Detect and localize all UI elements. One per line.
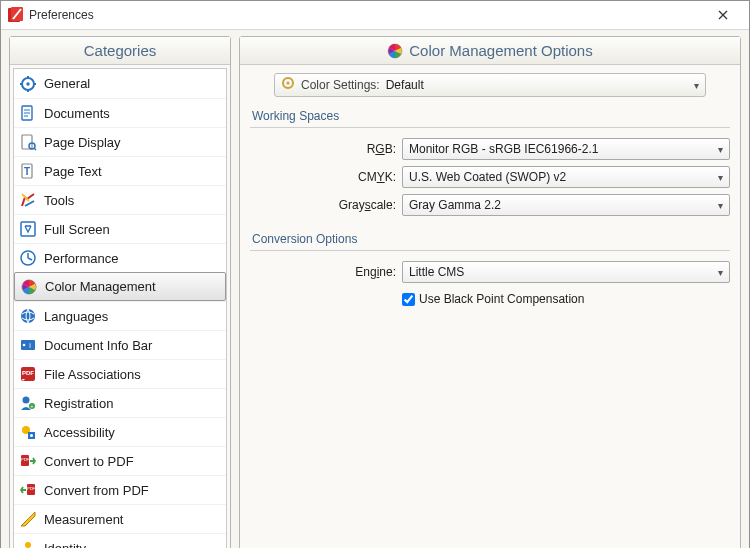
sidebar-item-registration[interactable]: +Registration <box>14 388 226 417</box>
category-icon <box>18 103 38 123</box>
options-header: Color Management Options <box>240 37 740 65</box>
category-icon <box>18 306 38 326</box>
color-settings-label: Color Settings: <box>301 78 380 92</box>
grayscale-value: Gray Gamma 2.2 <box>409 198 501 212</box>
sidebar-item-convert-from-pdf[interactable]: PDFConvert from PDF <box>14 475 226 504</box>
sidebar-item-label: Documents <box>44 106 110 121</box>
categories-list[interactable]: GeneralDocumentsPage DisplayTPage TextTo… <box>13 68 227 548</box>
window-title: Preferences <box>29 8 94 22</box>
sidebar-item-label: Document Info Bar <box>44 338 152 353</box>
color-settings-value: Default <box>386 78 688 92</box>
preferences-window: Preferences Categories GeneralDocumentsP… <box>0 0 750 548</box>
sidebar-item-tools[interactable]: Tools <box>14 185 226 214</box>
conversion-options-group: Conversion Options Engine: Little CMS ▾ <box>250 230 730 311</box>
sidebar-item-label: Performance <box>44 251 118 266</box>
engine-value: Little CMS <box>409 265 464 279</box>
svg-text:+: + <box>31 403 34 409</box>
chevron-down-icon: ▾ <box>718 267 723 278</box>
sidebar-item-languages[interactable]: Languages <box>14 301 226 330</box>
sidebar-item-performance[interactable]: Performance <box>14 243 226 272</box>
grayscale-row: Grayscale: Gray Gamma 2.2 ▾ <box>250 192 730 218</box>
sidebar-item-label: Accessibility <box>44 425 115 440</box>
engine-label: Engine: <box>250 265 402 279</box>
svg-point-37 <box>25 542 31 548</box>
category-icon <box>18 509 38 529</box>
category-icon <box>18 248 38 268</box>
color-wheel-icon <box>387 43 403 59</box>
sidebar-item-label: Page Text <box>44 164 102 179</box>
sidebar-item-label: General <box>44 76 90 91</box>
category-icon <box>18 219 38 239</box>
sidebar-item-label: Registration <box>44 396 113 411</box>
sidebar-item-label: Convert from PDF <box>44 483 149 498</box>
sidebar-item-file-associations[interactable]: PDFFile Associations <box>14 359 226 388</box>
engine-dropdown[interactable]: Little CMS ▾ <box>402 261 730 283</box>
sidebar-item-accessibility[interactable]: Accessibility <box>14 417 226 446</box>
close-icon <box>718 10 728 20</box>
bpc-checkbox[interactable] <box>402 293 415 306</box>
sidebar-item-documents[interactable]: Documents <box>14 98 226 127</box>
cmyk-label: CMYK: <box>250 170 402 184</box>
sidebar-item-label: Tools <box>44 193 74 208</box>
rgb-dropdown[interactable]: Monitor RGB - sRGB IEC61966-2.1 ▾ <box>402 138 730 160</box>
sidebar-item-label: Identity <box>44 541 86 549</box>
sidebar-item-identity[interactable]: Identity <box>14 533 226 548</box>
category-icon: PDF <box>18 451 38 471</box>
main-area: Categories GeneralDocumentsPage DisplayT… <box>9 36 741 548</box>
options-title: Color Management Options <box>409 42 592 59</box>
sidebar-item-page-text[interactable]: TPage Text <box>14 156 226 185</box>
svg-point-3 <box>26 82 29 85</box>
sidebar-item-convert-to-pdf[interactable]: PDFConvert to PDF <box>14 446 226 475</box>
category-icon <box>19 277 39 297</box>
sidebar-item-label: Color Management <box>45 279 156 294</box>
chevron-down-icon: ▾ <box>718 144 723 155</box>
category-icon <box>18 132 38 152</box>
sidebar-item-measurement[interactable]: Measurement <box>14 504 226 533</box>
sidebar-item-full-screen[interactable]: Full Screen <box>14 214 226 243</box>
chevron-down-icon: ▾ <box>694 80 699 91</box>
svg-text:T: T <box>24 166 30 177</box>
category-icon: PDF <box>18 364 38 384</box>
engine-row: Engine: Little CMS ▾ <box>250 259 730 285</box>
cmyk-dropdown[interactable]: U.S. Web Coated (SWOP) v2 ▾ <box>402 166 730 188</box>
cmyk-value: U.S. Web Coated (SWOP) v2 <box>409 170 566 184</box>
sidebar-item-label: Measurement <box>44 512 123 527</box>
svg-point-31 <box>30 434 33 437</box>
working-spaces-group: Working Spaces RGB: Monitor RGB - sRGB I… <box>250 107 730 220</box>
category-icon: PDF <box>18 480 38 500</box>
gear-icon <box>281 76 295 94</box>
category-icon <box>18 538 38 548</box>
sidebar-item-page-display[interactable]: Page Display <box>14 127 226 156</box>
category-icon <box>18 422 38 442</box>
color-settings-dropdown[interactable]: Color Settings: Default ▾ <box>274 73 706 97</box>
sidebar-item-label: File Associations <box>44 367 141 382</box>
svg-text:PDF: PDF <box>27 486 36 491</box>
titlebar: Preferences <box>1 1 749 30</box>
conversion-options-title: Conversion Options <box>252 232 730 246</box>
close-button[interactable] <box>703 1 743 29</box>
sidebar-item-label: Convert to PDF <box>44 454 134 469</box>
working-spaces-title: Working Spaces <box>252 109 730 123</box>
categories-panel: Categories GeneralDocumentsPage DisplayT… <box>9 36 231 548</box>
dialog-body: Categories GeneralDocumentsPage DisplayT… <box>1 30 749 548</box>
sidebar-item-general[interactable]: General <box>14 69 226 98</box>
sidebar-item-color-management[interactable]: Color Management <box>14 272 226 301</box>
svg-point-20 <box>21 309 35 323</box>
svg-point-26 <box>23 397 30 404</box>
grayscale-label: Grayscale: <box>250 198 402 212</box>
grayscale-dropdown[interactable]: Gray Gamma 2.2 ▾ <box>402 194 730 216</box>
category-icon: T <box>18 161 38 181</box>
svg-text:PDF: PDF <box>21 457 30 462</box>
svg-line-14 <box>34 148 36 150</box>
category-icon <box>18 190 38 210</box>
sidebar-item-label: Page Display <box>44 135 121 150</box>
cmyk-row: CMYK: U.S. Web Coated (SWOP) v2 ▾ <box>250 164 730 190</box>
rgb-value: Monitor RGB - sRGB IEC61966-2.1 <box>409 142 598 156</box>
app-icon <box>7 7 23 23</box>
rgb-label: RGB: <box>250 142 402 156</box>
sidebar-item-label: Full Screen <box>44 222 110 237</box>
sidebar-item-document-info-bar[interactable]: iDocument Info Bar <box>14 330 226 359</box>
bpc-label[interactable]: Use Black Point Compensation <box>419 292 584 306</box>
svg-rect-12 <box>22 135 32 149</box>
rgb-row: RGB: Monitor RGB - sRGB IEC61966-2.1 ▾ <box>250 136 730 162</box>
